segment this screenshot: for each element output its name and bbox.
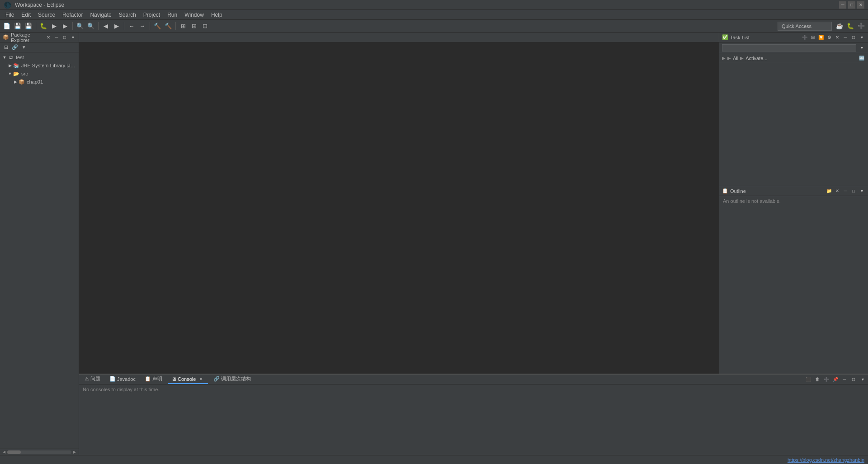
toolbar: 📄 💾 💾 🐛 ▶ ▶ 🔍 🔍 ◀ ▶ ← → 🔨 🔨 ⊞ ⊞ ⊡ Quick … xyxy=(0,20,868,33)
declaration-icon: 📋 xyxy=(145,376,151,382)
status-url[interactable]: https://blog.csdn.net/zhangzhanbin xyxy=(788,457,864,463)
task-search-bar: ▾ xyxy=(719,42,868,53)
forward-button[interactable]: → xyxy=(137,21,147,31)
minimize-button[interactable]: ─ xyxy=(839,1,846,9)
horizontal-scrollbar[interactable]: ◀ ▶ xyxy=(0,449,79,455)
maximize-view-button[interactable]: ⊡ xyxy=(200,21,210,31)
collapse-all-button[interactable]: ⊟ xyxy=(2,43,10,52)
tab-callhierarchy[interactable]: 🔗 调用层次结构 xyxy=(210,375,255,384)
build-button[interactable]: 🔨 xyxy=(152,21,162,31)
tab-problems[interactable]: ⚠ 问题 xyxy=(81,375,104,384)
menu-refactor[interactable]: Refactor xyxy=(59,10,86,19)
package-explorer-menu[interactable]: ▾ xyxy=(70,34,76,41)
quick-access-box[interactable]: Quick Access xyxy=(778,22,832,31)
save-all-button[interactable]: 💾 xyxy=(24,21,33,31)
filter-arrow-2: ▶ xyxy=(727,56,731,61)
scroll-track[interactable] xyxy=(7,450,71,454)
scroll-right-arrow[interactable]: ▶ xyxy=(71,449,78,455)
back-button[interactable]: ← xyxy=(127,21,137,31)
prev-edit-button[interactable]: ◀ xyxy=(101,21,111,31)
menu-navigate[interactable]: Navigate xyxy=(86,10,115,19)
menu-project[interactable]: Project xyxy=(140,10,164,19)
persp-button-2[interactable]: ⊞ xyxy=(189,21,199,31)
tree-item-test[interactable]: ▼ 🗂 test xyxy=(0,53,79,61)
tree-item-jre[interactable]: ▶ 📚 JRE System Library [Java...] xyxy=(0,61,79,70)
bottom-menu-btn[interactable]: ▾ xyxy=(859,376,866,383)
task-search-dropdown[interactable]: ▾ xyxy=(858,44,865,52)
content-area: 📦 Package Explorer ✕ ─ □ ▾ ⊟ 🔗 ▾ ▼ 🗂 tes… xyxy=(0,33,868,455)
tab-declaration[interactable]: 📋 声明 xyxy=(141,375,166,384)
new-file-button[interactable]: 📄 xyxy=(2,21,12,31)
callhierarchy-icon: 🔗 xyxy=(213,376,220,382)
console-pin-btn[interactable]: 📌 xyxy=(832,376,839,383)
next-edit-button[interactable]: ▶ xyxy=(112,21,122,31)
build-all-button[interactable]: 🔨 xyxy=(163,21,173,31)
menu-edit[interactable]: Edit xyxy=(18,10,34,19)
scroll-left-arrow[interactable]: ◀ xyxy=(1,449,7,455)
task-list-max[interactable]: □ xyxy=(850,34,857,41)
activate-label[interactable]: Activate... xyxy=(745,56,767,61)
bottom-min-btn[interactable]: ─ xyxy=(841,376,848,383)
outline-close[interactable]: ✕ xyxy=(834,187,841,195)
task-list-filter[interactable]: 🔽 xyxy=(817,34,825,41)
tab-javadoc[interactable]: 📄 Javadoc xyxy=(106,375,139,384)
outline-folder-btn[interactable]: 📁 xyxy=(826,187,833,195)
task-new-btn2[interactable]: 🆕 xyxy=(858,55,865,62)
task-list-menu[interactable]: ▾ xyxy=(858,34,865,41)
run-last-button[interactable]: ▶ xyxy=(60,21,70,31)
search-button[interactable]: 🔍 xyxy=(86,21,96,31)
arrow-chap01: ▶ xyxy=(13,79,18,84)
menu-search[interactable]: Search xyxy=(115,10,140,19)
menu-file[interactable]: File xyxy=(2,10,18,19)
task-list-settings[interactable]: ⚙ xyxy=(826,34,833,41)
package-explorer-title: Package Explorer xyxy=(11,32,43,43)
menu-window[interactable]: Window xyxy=(181,10,208,19)
task-list-icon: ✅ xyxy=(722,34,728,40)
menu-source[interactable]: Source xyxy=(34,10,59,19)
open-persp-button[interactable]: ⊞ xyxy=(178,21,188,31)
package-explorer-min[interactable]: ─ xyxy=(53,34,60,41)
outline-icon: 📋 xyxy=(722,188,728,194)
outline-min[interactable]: ─ xyxy=(842,187,849,195)
save-button[interactable]: 💾 xyxy=(13,21,23,31)
bottom-tab-bar: ⚠ 问题 📄 Javadoc 📋 声明 🖥 Console ✕ xyxy=(79,375,868,384)
console-new-btn[interactable]: ➕ xyxy=(823,376,830,383)
console-close-btn[interactable]: ✕ xyxy=(198,376,204,382)
console-clear-btn[interactable]: 🗑 xyxy=(814,376,821,383)
outline-max[interactable]: □ xyxy=(850,187,857,195)
editor-tab-bar xyxy=(79,33,719,42)
menu-run[interactable]: Run xyxy=(164,10,181,19)
task-list-collapse[interactable]: ⊟ xyxy=(809,34,816,41)
persp-debug-button[interactable]: 🐛 xyxy=(845,21,855,31)
debug-button[interactable]: 🐛 xyxy=(38,21,48,31)
task-list-close[interactable]: ✕ xyxy=(834,34,841,41)
persp-java-button[interactable]: ☕ xyxy=(835,21,844,31)
filter-all-label[interactable]: All xyxy=(733,56,738,61)
tree-item-src[interactable]: ▼ 📂 src xyxy=(0,70,79,78)
menu-help[interactable]: Help xyxy=(208,10,226,19)
explorer-view-menu[interactable]: ▾ xyxy=(20,43,28,52)
console-terminate-btn[interactable]: ⬛ xyxy=(805,376,812,383)
outline-menu[interactable]: ▾ xyxy=(858,187,865,195)
scroll-thumb[interactable] xyxy=(7,450,21,454)
package-explorer-header: 📦 Package Explorer ✕ ─ □ ▾ xyxy=(0,33,79,42)
package-tree: ▼ 🗂 test ▶ 📚 JRE System Library [Java...… xyxy=(0,52,79,449)
package-explorer-max[interactable]: □ xyxy=(61,34,68,41)
maximize-button[interactable]: □ xyxy=(848,1,855,9)
close-button[interactable]: ✕ xyxy=(857,1,864,9)
link-editor-button[interactable]: 🔗 xyxy=(11,43,19,52)
tab-console[interactable]: 🖥 Console ✕ xyxy=(168,375,208,384)
persp-open-button[interactable]: ➕ xyxy=(856,21,866,31)
open-type-button[interactable]: 🔍 xyxy=(75,21,85,31)
task-search-input[interactable] xyxy=(722,44,856,52)
arrow-jre: ▶ xyxy=(7,63,13,68)
bottom-max-btn[interactable]: □ xyxy=(850,376,857,383)
outline-title: Outline xyxy=(730,188,824,194)
tree-item-chap01[interactable]: ▶ 📦 chap01 xyxy=(0,78,79,86)
package-explorer-close[interactable]: ✕ xyxy=(45,34,52,41)
task-new-button[interactable]: ➕ xyxy=(801,34,808,41)
run-button[interactable]: ▶ xyxy=(49,21,59,31)
toolbar-sep-5 xyxy=(150,22,150,30)
status-bar: https://blog.csdn.net/zhangzhanbin xyxy=(0,455,868,464)
task-list-min[interactable]: ─ xyxy=(842,34,849,41)
